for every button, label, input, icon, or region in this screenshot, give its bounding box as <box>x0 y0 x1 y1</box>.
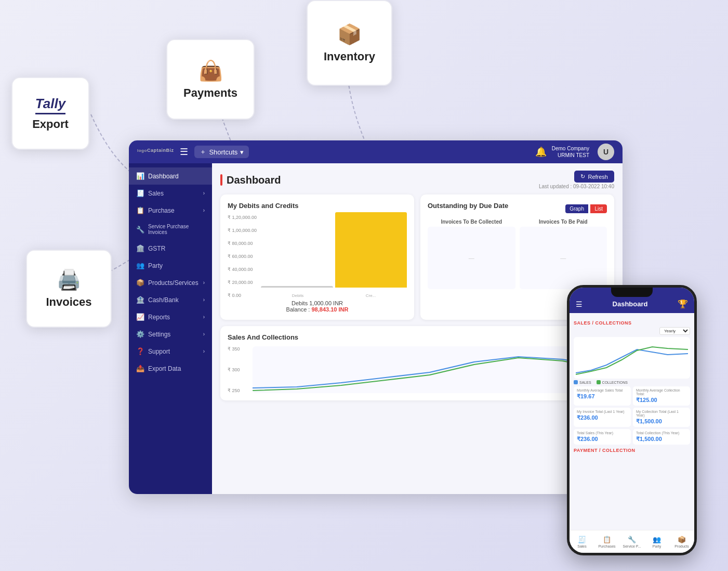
stat-total-collection: Total Collection (This Year) ₹1,500.00 <box>633 429 690 445</box>
phone-filter-row: Yearly Monthly <box>574 327 690 335</box>
avatar[interactable]: U <box>598 144 614 160</box>
debits-credits-title: My Debits and Credits <box>228 202 407 210</box>
party-icon: 👥 <box>136 262 144 269</box>
menu-icon[interactable]: ☰ <box>180 146 188 158</box>
chart-yaxis: ₹ 1,20,000.00 ₹ 1,00,000.00 ₹ 80,000.00 … <box>228 215 259 298</box>
phone-mockup: ☰ Dashboard 🏆 SALES / COLLECTIONS Yearly… <box>567 285 697 555</box>
payments-label: Payments <box>183 86 237 100</box>
dashboard-grid: My Debits and Credits ₹ 1,20,000.00 ₹ 1,… <box>220 194 614 400</box>
support-icon: ❓ <box>136 347 144 355</box>
phone-legend: SALES COLLECTIONS <box>574 380 690 384</box>
debits-credits-card: My Debits and Credits ₹ 1,20,000.00 ₹ 1,… <box>220 194 414 320</box>
chevron-right-icon: › <box>203 207 205 213</box>
phone-nav-service[interactable]: 🔧 Service P... <box>619 536 644 548</box>
phone-nav-service-icon: 🔧 <box>628 536 636 543</box>
phone-header-title: Dashboard <box>613 300 648 308</box>
sidebar-item-settings[interactable]: ⚙️ Settings › <box>129 326 212 343</box>
sidebar-item-service-purchase[interactable]: 🔧 Service Purchase Invoices <box>129 219 212 240</box>
chevron-right-icon: › <box>203 280 205 286</box>
phone-nav-purchases-icon: 📋 <box>603 536 611 543</box>
graph-button[interactable]: Graph <box>565 204 588 213</box>
balance-text: Debits 1,000.00 INR Balance : 98,843.10 … <box>228 300 407 313</box>
phone-nav-purchases[interactable]: 📋 Purchases <box>594 536 619 548</box>
sidebar-item-gstr[interactable]: 🏛️ GSTR <box>129 240 212 257</box>
app-logo: logoCaptainBiz <box>137 148 174 156</box>
sales-icon: 🧾 <box>136 189 144 197</box>
notification-icon[interactable]: 🔔 <box>535 146 547 158</box>
refresh-icon: ↻ <box>580 173 585 180</box>
phone-bottom-nav: 🧾 Sales 📋 Purchases 🔧 Service P... 👥 Par… <box>570 530 694 553</box>
shortcuts-button[interactable]: ＋ Shortcuts ▾ <box>194 146 249 158</box>
user-info: Demo Company URMIN TEST <box>552 145 589 159</box>
phone-stats-grid: Monthly Average Sales Total ₹19.67 Month… <box>574 386 690 445</box>
stat-avg-sales: Monthly Average Sales Total ₹19.67 <box>574 386 631 406</box>
stat-invoice-total: My Invoice Total (Last 1 Year) ₹236.00 <box>574 408 631 427</box>
col-paid-header: Invoices To Be Paid <box>520 219 607 225</box>
sidebar-item-dashboard[interactable]: 📊 Dashboard <box>129 167 212 185</box>
stat-collection-total: My Collection Total (Last 1 Year) ₹1,500… <box>633 408 690 427</box>
list-button[interactable]: List <box>590 204 607 213</box>
phone-nav-products[interactable]: 📦 Products <box>669 536 694 548</box>
sales-chart <box>253 346 607 393</box>
plus-icon: ＋ <box>200 147 206 157</box>
phone-nav-party[interactable]: 👥 Party <box>644 536 669 548</box>
phone-nav-products-icon: 📦 <box>678 536 686 543</box>
app-body: 📊 Dashboard 🧾 Sales › 📋 Purchase › 🔧 Ser… <box>129 163 623 494</box>
sidebar-item-purchase[interactable]: 📋 Purchase › <box>129 202 212 219</box>
legend-collections: COLLECTIONS <box>597 380 628 384</box>
main-content: Dashboard ↻ Refresh Last updated : 09-03… <box>212 163 623 494</box>
invoices-icon: 🖨️ <box>57 268 81 291</box>
collected-chart: — <box>428 227 515 289</box>
refresh-button[interactable]: ↻ Refresh <box>574 171 614 183</box>
outstanding-title: Outstanding by Due Date <box>428 202 508 210</box>
sidebar-item-cashbank[interactable]: 🏦 Cash/Bank › <box>129 291 212 308</box>
chevron-right-icon: › <box>203 190 205 196</box>
chevron-down-icon: ▾ <box>240 148 244 156</box>
payments-icon: 👜 <box>198 59 223 82</box>
collections-legend-dot <box>597 380 601 384</box>
stat-total-sales: Total Sales (This Year) ₹236.00 <box>574 429 631 445</box>
payments-card: 👜 Payments <box>166 39 255 120</box>
tally-logo: Tally <box>35 96 65 114</box>
chevron-right-icon: › <box>203 314 205 320</box>
sidebar-item-party[interactable]: 👥 Party <box>129 257 212 274</box>
cashbank-icon: 🏦 <box>136 296 144 304</box>
dashboard-header: Dashboard ↻ Refresh Last updated : 09-03… <box>220 171 614 189</box>
phone-screen: ☰ Dashboard 🏆 SALES / COLLECTIONS Yearly… <box>570 288 694 553</box>
app-window: logoCaptainBiz ☰ ＋ Shortcuts ▾ 🔔 Demo Co… <box>129 140 623 494</box>
chevron-right-icon: › <box>203 297 205 303</box>
outstanding-columns: Invoices To Be Collected — Invoices To B… <box>428 219 607 289</box>
phone-period-select[interactable]: Yearly Monthly <box>659 327 690 335</box>
outstanding-header: Outstanding by Due Date Graph List <box>428 202 607 215</box>
invoices-label: Invoices <box>46 295 91 309</box>
sales-legend-dot <box>574 380 578 384</box>
invoices-card: 🖨️ Invoices <box>26 250 112 328</box>
dashboard-icon: 📊 <box>136 172 144 180</box>
bar-debits <box>261 286 333 288</box>
app-topbar: logoCaptainBiz ☰ ＋ Shortcuts ▾ 🔔 Demo Co… <box>129 140 623 163</box>
chevron-right-icon: › <box>203 348 205 354</box>
service-icon: 🔧 <box>136 226 144 233</box>
sidebar-item-products[interactable]: 📦 Products/Services › <box>129 274 212 291</box>
phone-nav-sales-icon: 🧾 <box>578 536 586 543</box>
sales-collections-title: Sales And Collections <box>228 333 607 341</box>
sidebar-item-sales[interactable]: 🧾 Sales › <box>129 185 212 202</box>
header-right: ↻ Refresh Last updated : 09-03-2022 10:4… <box>539 171 614 189</box>
sidebar-item-reports[interactable]: 📈 Reports › <box>129 308 212 326</box>
sidebar: 📊 Dashboard 🧾 Sales › 📋 Purchase › 🔧 Ser… <box>129 163 212 494</box>
sidebar-item-export[interactable]: 📤 Export Data <box>129 360 212 377</box>
topbar-right: 🔔 Demo Company URMIN TEST U <box>535 144 614 160</box>
sidebar-item-support[interactable]: ❓ Support › <box>129 343 212 360</box>
reports-icon: 📈 <box>136 313 144 321</box>
phone-nav-sales[interactable]: 🧾 Sales <box>570 536 594 548</box>
chart-xaxis: Debits Cre... <box>261 293 407 298</box>
phone-sales-label: SALES / COLLECTIONS <box>574 320 690 326</box>
phone-body: SALES / COLLECTIONS Yearly Monthly SALES <box>570 313 694 459</box>
tally-export-card: Tally Export <box>11 77 89 150</box>
gstr-icon: 🏛️ <box>136 244 144 252</box>
purchase-icon: 📋 <box>136 206 144 214</box>
inventory-label: Inventory <box>324 50 375 63</box>
export-icon: 📤 <box>136 365 144 372</box>
chevron-right-icon: › <box>203 331 205 337</box>
legend-sales: SALES <box>574 380 591 384</box>
